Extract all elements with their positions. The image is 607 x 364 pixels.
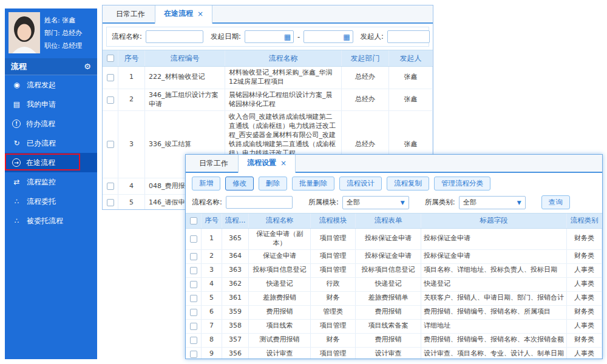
cell-category: 人事类 bbox=[567, 320, 602, 333]
table-row[interactable]: 1 222_材料验收登记 材料验收登记_材料采购_张鑫_华润12城房屋工程项目 … bbox=[103, 67, 433, 89]
cell-no: 5 bbox=[118, 195, 145, 210]
row-checkbox[interactable] bbox=[107, 96, 114, 104]
cell-no: 5 bbox=[202, 292, 222, 305]
row-checkbox[interactable] bbox=[107, 183, 114, 190]
cell-title-field: 项目名称、详细地址、投标负责人、投标日期 bbox=[421, 264, 567, 277]
sidebar-item-my-applications[interactable]: ▤ 我的申请 bbox=[5, 95, 97, 114]
query-button[interactable]: 查询 bbox=[541, 195, 570, 209]
tab-in-transit[interactable]: 在途流程 × bbox=[155, 5, 212, 24]
col-category: 流程类别 bbox=[567, 214, 602, 228]
cell-no: 8 bbox=[202, 334, 222, 347]
manage-category-button[interactable]: 管理流程分类 bbox=[434, 177, 490, 190]
search-filter-bar: 流程名称: 发起日期: ▦ - ▦ 发起人: bbox=[106, 27, 429, 47]
modify-button[interactable]: 修改 bbox=[225, 177, 254, 190]
table-row[interactable]: 9 356 设计审查 项目管理 设计审查 设计审查、项目名称、专业、设计人、制单… bbox=[186, 348, 602, 359]
sidebar-item-label: 在途流程 bbox=[26, 158, 55, 168]
date-to-input[interactable] bbox=[304, 32, 341, 42]
cell-person: 张鑫 bbox=[389, 67, 433, 89]
table-row[interactable]: 5 361 差旅费报销 财务 差旅费报销单 关联客户、报销人、申请日期、部门、报… bbox=[186, 292, 602, 306]
cell-name: 保证金申请 bbox=[249, 250, 311, 263]
process-settings-table-body: 1 365 保证金申请（副本） 项目管理 投标保证金申请 投标保证金申请 财务类… bbox=[186, 229, 602, 359]
category-select[interactable]: 全部 ▼ bbox=[459, 196, 526, 209]
monitor-icon: ⇄ bbox=[12, 178, 21, 186]
cell-no: 1 bbox=[118, 67, 145, 89]
module-select[interactable]: 全部 ▼ bbox=[342, 196, 409, 209]
profile-name: 姓名: 张鑫 bbox=[44, 14, 82, 27]
sidebar-item-delegate[interactable]: ∴ 流程委托 bbox=[5, 192, 97, 211]
row-checkbox[interactable] bbox=[190, 253, 197, 260]
table-row[interactable]: 3 363 投标项目信息登记 项目管理 投标项目信息登记 项目名称、详细地址、投… bbox=[186, 264, 602, 278]
date-from-field[interactable]: ▦ bbox=[245, 30, 294, 43]
table-row[interactable]: 2 346_施工组织设计方案申请 晨铭园林绿化工程组织设计方案_晨铭园林绿化工程… bbox=[103, 89, 433, 112]
row-checkbox[interactable] bbox=[190, 309, 197, 316]
sidebar-item-label: 待办流程 bbox=[26, 119, 55, 129]
cell-code: 359 bbox=[222, 306, 249, 319]
col-dept: 发起部门 bbox=[342, 50, 389, 66]
sidebar-item-pending[interactable]: ! 待办流程 bbox=[5, 114, 97, 133]
calendar-icon[interactable]: ▦ bbox=[341, 33, 352, 41]
close-icon[interactable]: × bbox=[197, 10, 203, 18]
select-all-checkbox[interactable] bbox=[190, 217, 197, 224]
cell-name: 晨铭园林绿化工程组织设计方案_晨铭园林绿化工程 bbox=[225, 89, 342, 111]
row-checkbox[interactable] bbox=[190, 323, 197, 330]
row-checkbox[interactable] bbox=[190, 281, 197, 288]
batch-delete-button[interactable]: 批量删除 bbox=[292, 177, 334, 190]
date-to-field[interactable]: ▦ bbox=[304, 30, 353, 43]
row-checkbox[interactable] bbox=[190, 351, 197, 358]
profile-title: 职位: 总经理 bbox=[44, 39, 82, 52]
cell-title-field: 投标保证金申请 bbox=[421, 229, 567, 249]
sidebar: 姓名: 张鑫 部门: 总经办 职位: 总经理 流程 ⚙ ◉ 流程发起 ▤ 我的申… bbox=[5, 8, 97, 359]
col-no: 序号 bbox=[118, 50, 145, 66]
org-icon: ∴ bbox=[12, 217, 21, 225]
date-from-input[interactable] bbox=[245, 32, 282, 42]
sidebar-item-label: 被委托流程 bbox=[27, 216, 63, 226]
table-row[interactable]: 2 364 保证金申请 项目管理 投标保证金申请 投标保证金申请 财务类 bbox=[186, 250, 602, 264]
delete-button[interactable]: 删除 bbox=[259, 177, 287, 190]
table-row[interactable]: 4 362 快递登记 行政 快递登记 快递登记 人事类 bbox=[186, 278, 602, 292]
row-checkbox[interactable] bbox=[190, 267, 197, 274]
category-selected-value: 全部 bbox=[463, 198, 476, 207]
initiator-input[interactable] bbox=[387, 30, 430, 43]
cell-title-field: 费用报销、报销编号、报销名称、所属项目 bbox=[421, 306, 567, 319]
row-checkbox[interactable] bbox=[190, 235, 197, 243]
process-design-button[interactable]: 流程设计 bbox=[339, 177, 382, 190]
cell-person: 张鑫 bbox=[389, 89, 433, 111]
row-checkbox[interactable] bbox=[107, 74, 114, 81]
tab-process-settings[interactable]: 流程设置 × bbox=[238, 154, 296, 173]
table-row[interactable]: 6 359 费用报销 管理类 费用报销 费用报销、报销编号、报销名称、所属项目 … bbox=[186, 306, 602, 320]
cell-form: 投标保证金申请 bbox=[356, 229, 421, 249]
sidebar-item-in-transit[interactable]: → 在途流程 bbox=[5, 153, 97, 172]
table-row[interactable]: 1 365 保证金申请（副本） 项目管理 投标保证金申请 投标保证金申请 财务类 bbox=[186, 229, 602, 250]
calendar-icon[interactable]: ▦ bbox=[282, 33, 293, 41]
cell-category: 人事类 bbox=[567, 264, 602, 277]
cell-form: 投标项目信息登记 bbox=[356, 264, 421, 277]
col-person: 发起人 bbox=[389, 50, 433, 66]
cell-title-field: 设计审查、项目名称、专业、设计人、制单日期 bbox=[421, 348, 567, 359]
sidebar-item-process-start[interactable]: ◉ 流程发起 bbox=[5, 75, 97, 95]
module-selected-value: 全部 bbox=[347, 198, 360, 207]
col-name: 流程名称 bbox=[225, 50, 342, 66]
cell-category: 财务类 bbox=[567, 306, 602, 319]
row-checkbox[interactable] bbox=[190, 337, 197, 344]
sidebar-item-monitor[interactable]: ⇄ 流程监控 bbox=[5, 172, 97, 192]
broadcast-icon: ◉ bbox=[12, 81, 21, 89]
sidebar-item-completed[interactable]: ↻ 已办流程 bbox=[5, 133, 97, 153]
cell-form: 费用报销 bbox=[356, 306, 421, 319]
select-all-checkbox[interactable] bbox=[107, 55, 114, 62]
table-row[interactable]: 8 357 测试费用报销 财务 费用报销 费用报销、报销编号、报销名称、本次报销… bbox=[186, 334, 602, 348]
sidebar-item-delegated-to-me[interactable]: ∴ 被委托流程 bbox=[5, 211, 97, 231]
add-button[interactable]: 新增 bbox=[192, 177, 220, 190]
tab-daily-work[interactable]: 日常工作 bbox=[107, 5, 154, 22]
process-name-input[interactable] bbox=[226, 196, 293, 209]
process-name-label: 流程名称: bbox=[112, 32, 142, 41]
row-checkbox[interactable] bbox=[107, 199, 114, 206]
process-copy-button[interactable]: 流程复制 bbox=[387, 177, 429, 190]
process-name-input[interactable] bbox=[146, 30, 203, 43]
close-icon[interactable]: × bbox=[280, 159, 287, 167]
row-checkbox[interactable] bbox=[190, 295, 197, 302]
table-row[interactable]: 7 358 项目线索 项目管理 项目线索备案 详细地址 人事类 bbox=[186, 320, 602, 334]
gear-icon[interactable]: ⚙ bbox=[84, 62, 91, 71]
initiator-label: 发起人: bbox=[361, 32, 384, 41]
tab-daily-work[interactable]: 日常工作 bbox=[191, 155, 237, 172]
row-checkbox[interactable] bbox=[107, 141, 114, 148]
